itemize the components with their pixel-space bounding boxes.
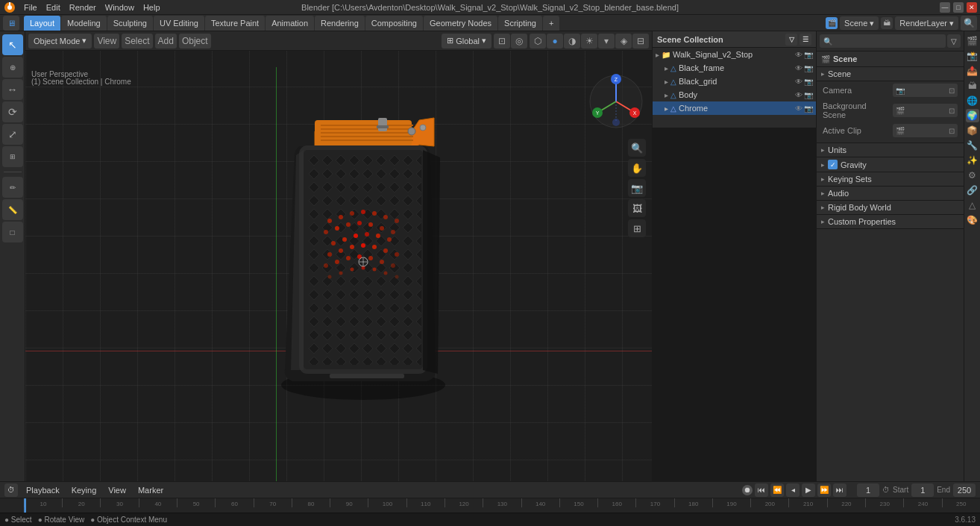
play-btn[interactable]: ▶ [802,483,815,497]
outliner-item-root[interactable]: ▸ 📁 Walk_Signal_v2_Stop 👁 📷 [653,48,816,61]
menu-render[interactable]: Render [65,0,101,15]
tab-scripting[interactable]: Scripting [498,16,542,31]
tool-move[interactable]: ↔ [2,79,23,100]
tab-uv-editing[interactable]: UV Editing [154,16,204,31]
scene-selector[interactable]: Scene ▾ [840,16,879,30]
keying-menu[interactable]: Keying [68,486,101,495]
marker-menu[interactable]: Marker [134,486,167,495]
camera-value[interactable]: 📷 ⊡ [893,84,958,97]
transform-orientation-btn[interactable]: ⊞ Global ▾ [442,34,491,48]
particles-icon-btn[interactable]: ✨ [966,154,979,167]
search-btn[interactable]: 🔍 [961,16,977,31]
object-icon-btn[interactable]: 📦 [966,124,979,137]
timeline-editor-icon[interactable]: ⏱ [4,483,18,497]
bg-scene-value[interactable]: 🎬 ⊡ [893,104,958,117]
world-icon-btn[interactable]: 🌍 [966,109,979,122]
wireframe-btn[interactable]: ⬡ [530,34,546,48]
end-frame[interactable]: 250 [953,483,976,497]
menu-edit[interactable]: Edit [42,0,65,15]
bg-scene-picker[interactable]: ⊡ [949,107,955,115]
menu-file[interactable]: File [19,0,42,15]
units-section-header[interactable]: ▸ Units [817,143,964,157]
custom-props-section-header[interactable]: ▸ Custom Properties [817,215,964,229]
current-frame[interactable]: 1 [857,483,879,497]
gravity-checkbox[interactable]: ✓ [828,160,838,169]
item2-visibility[interactable]: 👁 [795,78,802,86]
outliner-item-black-frame[interactable]: ▸ △ Black_frame 👁 📷 [653,61,816,75]
tab-geometry-nodes[interactable]: Geometry Nodes [424,16,497,31]
physics-icon-btn[interactable]: ⚙ [966,169,979,182]
modifier-icon-btn[interactable]: 🔧 [966,139,979,152]
props-search-input[interactable]: 🔍 [820,34,946,48]
outliner-filter-btn[interactable]: ▽ [785,34,797,46]
outliner-item-black-grid[interactable]: ▸ △ Black_grid 👁 📷 [653,75,816,88]
rigid-body-section-header[interactable]: ▸ Rigid Body World [817,201,964,215]
gravity-section-header[interactable]: ▸ ✓ Gravity [817,157,964,172]
jump-start-btn[interactable]: ⏮ [755,483,768,497]
close-button[interactable]: ✕ [967,2,977,13]
render-layer-selector[interactable]: RenderLayer ▾ [895,16,958,30]
prev-keyframe-btn[interactable]: ⏪ [770,483,784,497]
output-props-icon[interactable]: 📤 [966,64,979,78]
material-btn[interactable]: ◑ [564,34,580,48]
tool-measure[interactable]: 📏 [2,199,23,220]
play-reverse-btn[interactable]: ◂ [786,483,800,497]
object-menu-btn[interactable]: Object [179,34,211,48]
object-data-icon-btn[interactable]: △ [966,198,979,212]
outliner-item-body[interactable]: ▸ △ Body 👁 📷 [653,88,816,101]
tab-modeling[interactable]: Modeling [61,16,107,31]
snap-btn[interactable]: ⊡ [494,34,510,48]
tool-cursor[interactable]: ⊕ [2,57,23,78]
item3-visibility[interactable]: 👁 [795,91,802,99]
playback-menu[interactable]: Playback [22,486,63,495]
render-btn[interactable]: 🖼 [628,199,646,217]
jump-end-btn[interactable]: ⏭ [833,483,846,497]
menu-help[interactable]: Help [139,0,165,15]
record-btn[interactable]: ⏺ [742,485,753,495]
tool-annotate[interactable]: ✏ [2,177,23,198]
outliner-options-btn[interactable]: ☰ [800,34,811,46]
tab-texture-paint[interactable]: Texture Paint [205,16,265,31]
render-props-icon[interactable]: 📸 [966,49,979,63]
camera-btn[interactable]: 📷 [628,179,646,197]
tool-scale[interactable]: ⤢ [2,124,23,145]
menu-window[interactable]: Window [101,0,139,15]
viewport-gizmo[interactable]: Z X Y [586,72,646,131]
constraints-icon-btn[interactable]: 🔗 [966,184,979,197]
object-mode-btn[interactable]: Object Mode ▾ [28,34,92,48]
add-menu-btn[interactable]: Add [155,34,177,48]
rendered-btn[interactable]: ☀ [581,34,597,48]
audio-section-header[interactable]: ▸ Audio [817,187,964,201]
maximize-button[interactable]: □ [953,2,964,13]
proportional-edit-btn[interactable]: ◎ [511,34,527,48]
item4-visibility[interactable]: 👁 [795,104,802,113]
tool-rotate[interactable]: ⟳ [2,101,23,122]
view-layer-icon[interactable]: 🏔 [966,79,979,93]
item2-render[interactable]: 📷 [804,78,813,86]
item-visibility[interactable]: 👁 [795,64,802,72]
zoom-in-btn[interactable]: 🔍 [628,139,646,157]
tab-add[interactable]: + [543,16,559,31]
outliner-item-chrome[interactable]: ▸ △ Chrome 👁 📷 [653,101,816,115]
tool-transform[interactable]: ⊞ [2,146,23,167]
xray-btn[interactable]: ⊟ [632,34,649,48]
tab-rendering[interactable]: Rendering [315,16,365,31]
minimize-button[interactable]: — [940,2,950,13]
material-icon-btn[interactable]: 🎨 [966,213,979,227]
render-visibility-icon[interactable]: 📷 [804,51,813,59]
select-menu-btn[interactable]: Select [122,34,152,48]
view-menu-btn[interactable]: View [94,34,119,48]
solid-btn[interactable]: ● [547,34,563,48]
tab-layout[interactable]: Layout [24,16,60,31]
grid-btn[interactable]: ⊞ [628,219,646,237]
pan-btn[interactable]: ✋ [628,159,646,177]
tab-sculpting[interactable]: Sculpting [107,16,153,31]
view-menu[interactable]: View [104,486,130,495]
camera-picker[interactable]: ⊡ [949,87,955,95]
tool-add-cube[interactable]: □ [2,222,23,242]
editor-type-btn[interactable]: 🖥 [3,16,19,31]
tool-select[interactable]: ↖ [2,34,23,55]
active-clip-value[interactable]: 🎬 ⊡ [893,124,958,137]
3d-viewport[interactable]: Object Mode ▾ View Select Add Object ⊞ G… [25,31,652,481]
item3-render[interactable]: 📷 [804,91,813,99]
